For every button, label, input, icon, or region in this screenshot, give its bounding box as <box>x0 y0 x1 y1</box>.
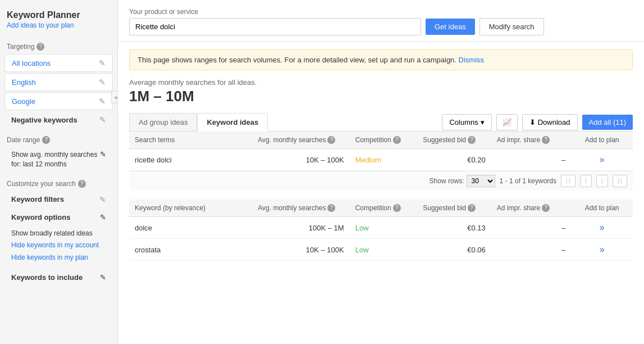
add-to-plan-button[interactable]: » <box>600 223 605 233</box>
keyword-ideas-table-section: Keyword (by relevance) Avg. monthly sear… <box>129 200 633 261</box>
table-row: crostata 10K – 100K Low €0.06 – » <box>129 239 633 261</box>
table-row: dolce 100K – 1M Low €0.13 – » <box>129 217 633 239</box>
suggested-bid-help-icon[interactable]: ? <box>468 136 476 144</box>
customize-help-icon[interactable]: ? <box>78 180 86 188</box>
product-service-input[interactable] <box>129 18 421 35</box>
tabs-actions: Columns ▾ 📈 ⬇ Download Add all (11) <box>442 114 633 130</box>
add-all-button[interactable]: Add all (11) <box>582 115 633 130</box>
avg-monthly-cell: 10K – 100K <box>252 149 349 171</box>
th-ad-impr-ki: Ad impr. share ? <box>491 200 572 217</box>
avg-monthly-cell: 10K – 100K <box>252 239 349 261</box>
ad-impr-ki-help-icon[interactable]: ? <box>542 204 550 212</box>
sidebar-item-keywords-include[interactable]: Keywords to include ✎ <box>4 269 113 286</box>
stats-value: 1M – 10M <box>129 88 633 105</box>
top-bar: Your product or service Get ideas Modify… <box>118 0 644 42</box>
notice-text: This page shows ranges for search volume… <box>138 56 456 64</box>
hide-plan-link[interactable]: Hide keywords in my plan <box>11 252 106 264</box>
sidebar-item-location[interactable]: All locations ✎ <box>4 54 113 72</box>
date-range-edit-icon: ✎ <box>100 150 106 159</box>
ad-impr-help-icon[interactable]: ? <box>542 136 550 144</box>
tab-ad-group-ideas[interactable]: Ad group ideas <box>129 113 197 131</box>
last-page-button[interactable]: ⟩⟩ <box>613 175 627 187</box>
rows-per-page-select[interactable]: 30 50 100 <box>467 175 495 187</box>
chart-button[interactable]: 📈 <box>496 114 518 130</box>
th-ad-impr-share: Ad impr. share ? <box>491 132 572 149</box>
suggested-bid-cell: €0.06 <box>417 239 491 261</box>
network-edit-icon: ✎ <box>99 97 106 106</box>
chevron-down-icon: ▾ <box>481 118 485 126</box>
modify-search-button[interactable]: Modify search <box>479 18 544 35</box>
add-to-plan-cell: » <box>571 239 633 261</box>
columns-button[interactable]: Columns ▾ <box>442 114 491 130</box>
suggested-bid-cell: €0.13 <box>417 217 491 239</box>
ad-impr-cell: – <box>491 239 572 261</box>
targeting-help-icon[interactable]: ? <box>36 43 44 51</box>
search-terms-table-section: Search terms Avg. monthly searches ? Com… <box>129 132 633 191</box>
content-area: This page shows ranges for search volume… <box>118 42 644 278</box>
download-button[interactable]: ⬇ Download <box>522 114 578 130</box>
get-ideas-button[interactable]: Get ideas <box>426 19 475 35</box>
collapse-sidebar-button[interactable]: « <box>111 91 118 103</box>
sidebar-item-negative-keywords[interactable]: Negative keywords ✎ <box>4 111 113 128</box>
keyword-ideas-table: Keyword (by relevance) Avg. monthly sear… <box>129 200 633 261</box>
ad-impr-cell: – <box>491 217 572 239</box>
sidebar-item-language[interactable]: English ✎ <box>4 73 113 91</box>
ad-impr-cell: – <box>491 149 572 171</box>
competition-cell: Low <box>350 217 418 239</box>
search-terms-pagination: Show rows: 30 50 100 1 - 1 of 1 keywords… <box>129 171 633 191</box>
th-suggested-bid-ki: Suggested bid ? <box>417 200 491 217</box>
th-add-to-plan-ki: Add to plan <box>571 200 633 217</box>
download-icon: ⬇ <box>529 118 536 126</box>
date-range-help-icon[interactable]: ? <box>42 136 50 144</box>
avg-monthly-ki-help-icon[interactable]: ? <box>327 204 335 212</box>
keyword-cell: crostata <box>129 239 252 261</box>
sidebar-subtitle: Add ideas to your plan <box>0 21 117 35</box>
sidebar-item-network[interactable]: Google ✎ <box>4 92 113 110</box>
tabs-row: Ad group ideas Keyword ideas Columns ▾ 📈… <box>129 113 633 132</box>
avg-monthly-cell: 100K – 1M <box>252 217 349 239</box>
customize-section-label: Customize your search ? <box>0 175 117 190</box>
keyword-cell: dolce <box>129 217 252 239</box>
date-range-item: Show avg. monthly searches for: last 12 … <box>4 147 113 172</box>
keyword-filters-edit-icon: ✎ <box>99 195 106 204</box>
suggested-bid-cell: €0.20 <box>417 149 491 171</box>
th-avg-monthly: Avg. monthly searches ? <box>252 132 349 149</box>
keyword-options-edit-icon: ✎ <box>100 213 106 221</box>
product-service-label: Your product or service <box>129 8 633 16</box>
notice-banner: This page shows ranges for search volume… <box>129 49 633 70</box>
search-term-cell: ricette dolci <box>129 149 252 171</box>
competition-cell: Medium <box>350 149 418 171</box>
keyword-options-links: Show broadly related ideas Hide keywords… <box>4 227 113 265</box>
prev-page-button[interactable]: ⟨ <box>580 175 592 187</box>
stats-label: Average monthly searches for all ideas. <box>129 78 633 87</box>
add-to-plan-button[interactable]: » <box>600 155 605 165</box>
sidebar-item-keyword-filters[interactable]: Keyword filters ✎ <box>4 191 113 208</box>
tabs: Ad group ideas Keyword ideas <box>129 113 268 131</box>
targeting-section-label: Targeting ? <box>0 38 117 53</box>
date-range-section-label: Date range ? <box>0 132 117 146</box>
competition-help-icon[interactable]: ? <box>393 136 401 144</box>
first-page-button[interactable]: ⟨⟨ <box>561 175 576 187</box>
search-terms-table: Search terms Avg. monthly searches ? Com… <box>129 132 633 171</box>
sidebar: Keyword Planner Add ideas to your plan «… <box>0 0 118 344</box>
th-add-to-plan: Add to plan <box>571 132 633 149</box>
pagination-info: 1 - 1 of 1 keywords <box>500 177 556 185</box>
location-edit-icon: ✎ <box>99 58 106 67</box>
dismiss-link[interactable]: Dismiss <box>459 56 485 64</box>
avg-monthly-help-icon[interactable]: ? <box>327 136 335 144</box>
add-to-plan-button[interactable]: » <box>600 245 605 255</box>
chart-icon: 📈 <box>503 118 511 126</box>
tab-keyword-ideas[interactable]: Keyword ideas <box>197 113 268 132</box>
add-to-plan-cell: » <box>571 217 633 239</box>
competition-ki-help-icon[interactable]: ? <box>393 204 401 212</box>
sidebar-item-keyword-options: Keyword options ✎ <box>4 209 113 225</box>
negative-keywords-edit-icon: ✎ <box>99 115 106 124</box>
suggested-bid-ki-help-icon[interactable]: ? <box>468 204 476 212</box>
next-page-button[interactable]: ⟩ <box>596 175 608 187</box>
competition-cell: Low <box>350 239 418 261</box>
hide-account-link[interactable]: Hide keywords in my account <box>11 239 106 252</box>
keywords-include-edit-icon: ✎ <box>100 273 106 282</box>
th-search-terms: Search terms <box>129 132 252 149</box>
th-competition: Competition ? <box>350 132 418 149</box>
th-avg-monthly-ki: Avg. monthly searches ? <box>252 200 349 217</box>
